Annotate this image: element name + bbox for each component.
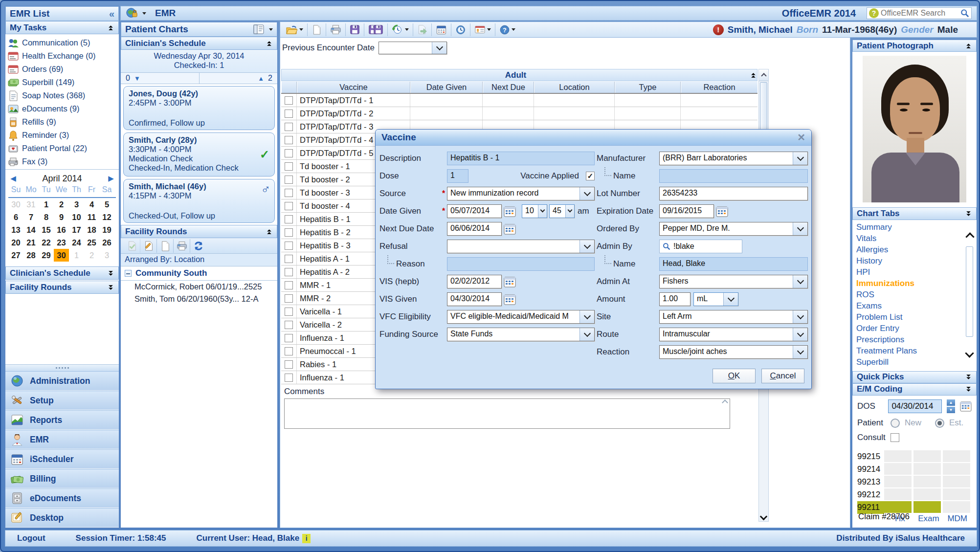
calendar-day[interactable]: 12 — [99, 211, 114, 223]
edit-round-button[interactable] — [140, 239, 157, 253]
column-header[interactable]: Vaccine — [297, 82, 410, 93]
em-cell[interactable] — [884, 463, 912, 476]
ordered-by-select[interactable]: Pepper MD, Dre M. — [659, 222, 808, 236]
save-button[interactable] — [347, 22, 362, 37]
task-item[interactable]: Patient Portal (22) — [7, 142, 118, 155]
nav-item-billing[interactable]: Billing — [5, 469, 119, 488]
vaccine-applied-checkbox[interactable]: ✓ — [586, 172, 595, 180]
admin-by-search[interactable]: !blake — [659, 240, 742, 253]
collapse-down-icon[interactable] — [107, 284, 114, 291]
em-cell[interactable] — [913, 501, 941, 514]
calendar-day[interactable]: 30 — [8, 198, 23, 211]
chart-tabs-header[interactable]: Chart Tabs — [852, 207, 977, 220]
row-checkbox[interactable] — [285, 347, 293, 355]
calendar-day[interactable]: 26 — [99, 236, 114, 249]
row-checkbox[interactable] — [285, 149, 293, 157]
row-checkbox[interactable] — [285, 189, 293, 197]
column-header[interactable]: Reaction — [681, 82, 757, 93]
vaccine-row[interactable]: DTP/DTap/DT/Td - 1 — [281, 94, 757, 107]
nav-item-emr[interactable]: EMR — [5, 430, 119, 449]
patient-new-radio[interactable] — [891, 419, 900, 428]
nav-item-edocuments[interactable]: eDocuments — [5, 488, 119, 508]
task-item[interactable]: eDocuments (9) — [7, 102, 118, 115]
next-due-input[interactable]: 06/06/2014 — [447, 222, 502, 236]
em-cell[interactable] — [884, 450, 912, 463]
chart-view-dropdown-icon[interactable] — [269, 28, 273, 31]
calendar-day[interactable]: 18 — [84, 223, 99, 236]
calendar-day[interactable]: 14 — [23, 223, 39, 236]
my-tasks-header[interactable]: My Tasks — [5, 21, 119, 34]
em-cell[interactable] — [913, 463, 941, 476]
chart-tab-problem-list[interactable]: Problem List — [856, 312, 977, 323]
counter-up-icon[interactable]: ▲ — [258, 75, 264, 82]
hour-select[interactable]: 10 — [522, 204, 547, 218]
calendar-prev-icon[interactable]: ◀ — [8, 174, 18, 183]
patient-info-button[interactable] — [472, 22, 493, 37]
calendar-day[interactable]: 11 — [84, 211, 99, 223]
chart-tab-ros[interactable]: ROS — [856, 289, 977, 301]
calendar-day[interactable]: 15 — [39, 223, 54, 236]
calendar-day[interactable]: 31 — [23, 198, 39, 211]
calendar-day[interactable]: 29 — [39, 249, 54, 262]
quick-picks-header[interactable]: Quick Picks — [852, 371, 977, 383]
em-cell[interactable] — [884, 476, 912, 488]
task-item[interactable]: Refills (9) — [7, 115, 118, 129]
vis-given-input[interactable]: 04/30/2014 — [447, 292, 502, 306]
chart-tab-vitals[interactable]: Vitals — [856, 233, 977, 244]
collapse-down-icon[interactable] — [965, 210, 972, 217]
nav-item-administration[interactable]: Administration — [5, 371, 119, 391]
sidebar-section-facility-rounds[interactable]: Facility Rounds — [5, 281, 119, 294]
vis-given-calendar-icon[interactable] — [504, 294, 516, 305]
calendar-day[interactable]: 4 — [84, 198, 99, 211]
em-cell[interactable] — [913, 476, 941, 488]
site-select[interactable]: Left Arm — [659, 310, 808, 324]
comments-textarea[interactable] — [284, 398, 730, 429]
refresh-rounds-button[interactable] — [190, 239, 207, 253]
calendar-day[interactable]: 8 — [39, 211, 54, 223]
new-note-button[interactable] — [309, 22, 324, 37]
nav-item-reports[interactable]: Reports — [5, 410, 119, 430]
funding-select[interactable]: State Funds — [447, 328, 595, 341]
calendar-day[interactable]: 24 — [69, 236, 84, 249]
collapse-sidebar-icon[interactable]: « — [109, 11, 114, 16]
collapse-up-icon[interactable] — [965, 43, 972, 49]
row-checkbox[interactable] — [285, 360, 293, 369]
cancel-button[interactable]: Cancel — [761, 369, 804, 383]
task-item[interactable]: Health Exchange (0) — [7, 49, 118, 63]
row-checkbox[interactable] — [285, 123, 293, 131]
nav-item-desktop[interactable]: Desktop — [5, 508, 119, 528]
calendar-day[interactable]: 19 — [99, 223, 114, 236]
chart-tab-order-entry[interactable]: Order Entry — [856, 323, 977, 334]
location-group-row[interactable]: Community South — [121, 266, 277, 281]
row-checkbox[interactable] — [285, 281, 293, 289]
appointment-card[interactable]: Smith, Michael (46y) 4:15PM - 4:30PM Che… — [123, 179, 275, 223]
logout-link[interactable]: Logout — [17, 533, 45, 543]
collapse-up-icon[interactable] — [107, 24, 114, 31]
calendar-day[interactable]: 25 — [84, 236, 99, 249]
refusal-select[interactable] — [447, 240, 595, 253]
calendar-day[interactable]: 7 — [23, 211, 39, 223]
dos-spinner[interactable]: ▲▼ — [947, 399, 955, 413]
em-cell[interactable] — [943, 463, 970, 476]
date-given-calendar-icon[interactable] — [504, 206, 516, 217]
counter-down-icon[interactable]: ▼ — [134, 75, 140, 82]
calendar-day[interactable]: 22 — [39, 236, 54, 249]
em-cell[interactable] — [913, 488, 941, 501]
facility-patient-row[interactable]: McCormick, Robert 06/01/19...2525 — [121, 281, 277, 293]
task-item[interactable]: Reminder (3) — [7, 129, 118, 142]
source-select[interactable]: New immunization record — [447, 187, 595, 200]
admin-at-select[interactable]: Fishers — [659, 275, 808, 288]
column-header[interactable]: Type — [615, 82, 681, 93]
calendar-day[interactable]: 3 — [99, 249, 114, 262]
scroll-up-button[interactable] — [759, 69, 768, 81]
chart-tab-history[interactable]: History — [856, 256, 977, 267]
vis-hepb-calendar-icon[interactable] — [504, 276, 516, 287]
calendar-day[interactable]: 21 — [23, 236, 39, 249]
collapse-down-icon[interactable] — [107, 270, 114, 277]
globe-dropdown-icon[interactable] — [142, 12, 146, 15]
schedule-button[interactable] — [433, 22, 449, 37]
collapse-up-icon[interactable] — [266, 228, 273, 235]
expiration-input[interactable]: 09/16/2015 — [659, 204, 714, 218]
em-cell[interactable] — [884, 488, 912, 501]
complete-round-button[interactable] — [124, 239, 140, 253]
